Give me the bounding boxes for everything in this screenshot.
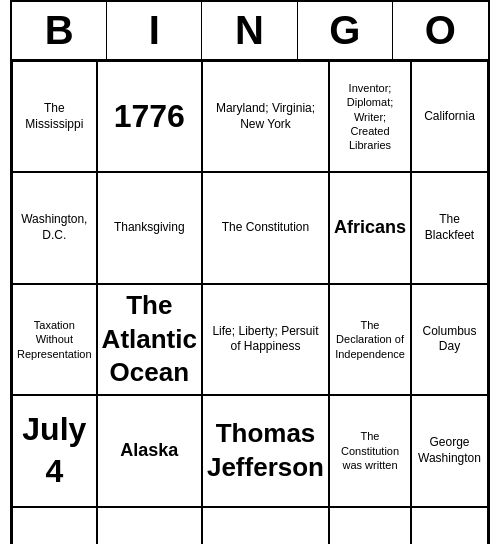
bingo-card: BINGO The Mississippi1776Maryland; Virgi… bbox=[10, 0, 490, 544]
bingo-cell-18: The Constitution was written bbox=[329, 395, 411, 506]
header-letter-n: N bbox=[202, 2, 297, 59]
bingo-cell-17: Thomas Jefferson bbox=[202, 395, 329, 506]
bingo-cell-19: George Washington bbox=[411, 395, 488, 506]
bingo-grid: The Mississippi1776Maryland; Virginia; N… bbox=[12, 61, 488, 544]
bingo-cell-24: The Pacific Ocean bbox=[411, 507, 488, 544]
bingo-header: BINGO bbox=[12, 2, 488, 61]
header-letter-i: I bbox=[107, 2, 202, 59]
bingo-cell-22: Religious Freedom bbox=[202, 507, 329, 544]
bingo-cell-5: Washington, D.C. bbox=[12, 172, 97, 283]
bingo-cell-1: 1776 bbox=[97, 61, 202, 172]
bingo-cell-8: Africans bbox=[329, 172, 411, 283]
header-letter-g: G bbox=[298, 2, 393, 59]
header-letter-b: B bbox=[12, 2, 107, 59]
bingo-cell-6: Thanksgiving bbox=[97, 172, 202, 283]
bingo-cell-11: The Atlantic Ocean bbox=[97, 284, 202, 395]
bingo-cell-16: Alaska bbox=[97, 395, 202, 506]
bingo-cell-9: The Blackfeet bbox=[411, 172, 488, 283]
bingo-cell-7: The Constitution bbox=[202, 172, 329, 283]
bingo-cell-13: The Declaration of Independence bbox=[329, 284, 411, 395]
bingo-cell-12: Life; Liberty; Persuit of Happiness bbox=[202, 284, 329, 395]
bingo-cell-4: California bbox=[411, 61, 488, 172]
bingo-cell-2: Maryland; Virginia; New York bbox=[202, 61, 329, 172]
bingo-cell-3: Inventor; Diplomat; Writer; Created Libr… bbox=[329, 61, 411, 172]
bingo-cell-21: 1787 bbox=[97, 507, 202, 544]
bingo-cell-10: Taxation Without Representation bbox=[12, 284, 97, 395]
bingo-cell-20: James Madison bbox=[12, 507, 97, 544]
bingo-cell-14: Columbus Day bbox=[411, 284, 488, 395]
header-letter-o: O bbox=[393, 2, 488, 59]
bingo-cell-23: American Indians bbox=[329, 507, 411, 544]
bingo-cell-15: July 4 bbox=[12, 395, 97, 506]
bingo-cell-0: The Mississippi bbox=[12, 61, 97, 172]
